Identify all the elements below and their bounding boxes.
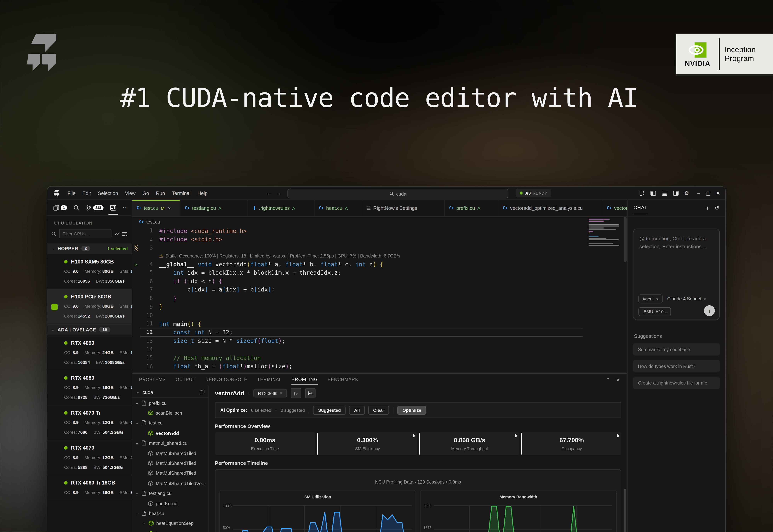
tree-item-scanBlelloch[interactable]: scanBlelloch	[132, 408, 209, 418]
more-views-icon[interactable]: ⋯	[122, 204, 128, 211]
gpu-group-header-ada-lovelace[interactable]: ⌄ADA LOVELACE15	[47, 324, 131, 335]
toggle-secondary-sidebar-icon[interactable]	[673, 190, 679, 196]
context-chip[interactable]: [EMU] H10...	[639, 307, 671, 316]
back-icon[interactable]: ←	[266, 190, 272, 196]
menu-item-view[interactable]: View	[121, 190, 139, 196]
layout-customize-icon[interactable]	[640, 190, 645, 196]
sidebar-search-icon[interactable]	[73, 205, 79, 211]
gpu-item-rtx-4060-ti-16gb[interactable]: RTX 4060 Ti 16GBCC:8.9Memory:16GBSMs:34	[47, 475, 131, 500]
tab-.rightnowrules[interactable]: ⬇.rightnowrulesA	[248, 200, 314, 216]
suggested-button[interactable]: Suggested	[313, 406, 346, 415]
gpu-ready-status[interactable]: 3/3 READY	[515, 189, 551, 197]
code-line-8[interactable]: 8 }	[132, 294, 627, 302]
send-button[interactable]: ↑	[704, 305, 715, 316]
menu-item-help[interactable]: Help	[194, 190, 211, 196]
tree-item-testlangcu[interactable]: ⌄testlang.cu	[132, 488, 209, 498]
command-search-input[interactable]: cuda	[287, 189, 508, 198]
tab-vectoradd_optimized_analysis.cu[interactable]: C+vectoradd_optimized_analysis.cu	[498, 200, 603, 216]
explorer-icon[interactable]: 1	[53, 205, 67, 211]
editor-scrollbar[interactable]	[624, 217, 627, 262]
gpu-select-dropdown[interactable]: RTX 3060▼	[254, 389, 287, 397]
copy-icon[interactable]	[200, 390, 205, 395]
gpu-selected-checkbox[interactable]	[51, 304, 58, 310]
code-line-10[interactable]: 10	[132, 311, 627, 319]
tab-prefix.cu[interactable]: C+prefix.cuA	[445, 200, 498, 216]
panel-scrollbar[interactable]	[624, 489, 626, 532]
panel-tab-terminal[interactable]: TERMINAL	[253, 374, 287, 385]
menu-item-edit[interactable]: Edit	[79, 190, 94, 196]
code-line-5[interactable]: 5 int idx = blockIdx.x * blockDim.x + th…	[132, 269, 627, 277]
menu-item-file[interactable]: File	[64, 190, 79, 196]
menu-item-terminal[interactable]: Terminal	[168, 190, 194, 196]
gpu-emulation-icon[interactable]	[110, 205, 116, 211]
code-line-13[interactable]: 13 size_t size = N * sizeof(float);	[132, 337, 627, 345]
panel-tab-benchmark[interactable]: BENCHMARK	[323, 374, 363, 385]
panel-tab-debug-console[interactable]: DEBUG CONSOLE	[201, 374, 253, 385]
tree-item-MatMulSharedTiled[interactable]: MatMulSharedTiled	[132, 458, 209, 468]
tree-item-testcu[interactable]: ⌄test.cu	[132, 418, 209, 428]
tab-chat[interactable]: CHAT	[634, 205, 648, 211]
code-line-4[interactable]: ▷4__global__ void vectorAdd(float* a, fl…	[132, 260, 627, 269]
code-line-12[interactable]: 12 const int N = 32;	[132, 328, 627, 337]
tree-item-MatMulSharedTiledVe[interactable]: MatMulSharedTiledVe...	[132, 478, 209, 488]
tree-item-matmul_sharedcu[interactable]: ⌄matmul_shared.cu	[132, 438, 209, 448]
tree-item-prefixcu[interactable]: ⌄prefix.cu	[132, 398, 209, 408]
close-icon[interactable]: ✕	[716, 191, 720, 196]
gpu-item-rtx-4070[interactable]: RTX 4070CC:8.9Memory:12GBSMs:46Cores:588…	[47, 440, 131, 475]
close-panel-icon[interactable]: ✕	[616, 377, 620, 382]
tree-item-vectorAdd[interactable]: vectorAdd	[132, 428, 209, 438]
all-button[interactable]: All	[349, 406, 365, 415]
code-line-14[interactable]: 14	[132, 345, 627, 354]
code-line-7[interactable]: 7 c[idx] = a[idx] + b[idx];	[132, 285, 627, 294]
gpu-group-header-hopper[interactable]: ⌄HOPPER21 selected	[47, 243, 131, 254]
suggestion-item[interactable]: Summarize my codebase	[633, 343, 720, 356]
chat-input[interactable]: @ to mention, Ctrl+L to add a selection.…	[633, 229, 720, 320]
tree-item-MatMulSharedTiled[interactable]: MatMulSharedTiled	[132, 448, 209, 458]
source-control-icon[interactable]: 218	[86, 205, 103, 211]
gpu-item-h100-pcie-80gb[interactable]: H100 PCIe 80GBCC:9.0Memory:80GBSMs:114Co…	[47, 289, 131, 324]
agent-mode-dropdown[interactable]: Agent▼	[639, 295, 663, 303]
chart-view-button[interactable]	[305, 388, 316, 398]
menu-item-run[interactable]: Run	[152, 190, 168, 196]
code-line-3[interactable]: 3	[132, 244, 627, 252]
maximize-icon[interactable]: ▢	[706, 191, 710, 196]
history-icon[interactable]: ↺	[715, 205, 719, 211]
tab-close-icon[interactable]: ×	[168, 205, 171, 211]
forward-icon[interactable]: →	[276, 190, 282, 196]
clear-selection-icon[interactable]	[122, 231, 128, 236]
code-line-1[interactable]: 1#include <cuda_runtime.h>	[132, 226, 627, 235]
tab-heat.cu[interactable]: C+heat.cuA	[315, 200, 362, 216]
run-profile-button[interactable]: ▷	[291, 388, 302, 398]
panel-tab-problems[interactable]: PROBLEMS	[134, 374, 170, 385]
tree-item-heatEquationStep[interactable]: ›heatEquationStep	[132, 518, 209, 528]
code-editor[interactable]: C+ test.cu 1#include <cuda_runtime.h>2#i…	[132, 217, 627, 373]
tree-item-heatEquationStep[interactable]: ›heatEquationStep	[132, 528, 209, 532]
gpu-item-h100-sxm5-80gb[interactable]: H100 SXM5 80GBCC:9.0Memory:80GBSMs:132Co…	[47, 254, 131, 289]
code-line-15[interactable]: 15 // Host memory allocation	[132, 354, 627, 362]
gpu-item-rtx-4090[interactable]: RTX 4090CC:8.9Memory:24GBSMs:128Cores:16…	[47, 335, 131, 370]
toggle-panel-icon[interactable]	[662, 190, 668, 196]
collapse-panel-icon[interactable]: ⌃	[606, 377, 610, 382]
new-chat-icon[interactable]: +	[706, 205, 709, 212]
panel-tab-output[interactable]: OUTPUT	[170, 374, 200, 385]
menu-item-selection[interactable]: Selection	[94, 190, 121, 196]
filter-gpus-input[interactable]: Filter GPUs...	[59, 229, 111, 238]
select-all-icon[interactable]: ✓✓	[114, 231, 119, 236]
optimize-button[interactable]: Optimize	[398, 406, 426, 415]
suggestion-item[interactable]: Create a .rightnowrules file for me	[633, 377, 720, 389]
run-kernel-icon[interactable]: ▷	[135, 262, 137, 267]
tab-RightNow's Settings[interactable]: ☰RightNow's Settings	[362, 200, 445, 216]
breadcrumb[interactable]: C+ test.cu	[132, 217, 627, 226]
tree-item-heatcu[interactable]: ⌄heat.cu	[132, 508, 209, 518]
gpu-item-rtx-4080[interactable]: RTX 4080CC:8.9Memory:16GBSMs:76Cores:972…	[47, 370, 131, 405]
clear-button[interactable]: Clear	[368, 406, 389, 415]
tree-item-printKernel[interactable]: printKernel	[132, 498, 209, 508]
suggestion-item[interactable]: How do types work in Rust?	[633, 360, 720, 372]
toggle-sidebar-icon[interactable]	[650, 190, 656, 196]
panel-tab-profiling[interactable]: PROFILING	[287, 374, 323, 385]
codelens-text[interactable]: ⚠Static: Occupancy: 100% | Registers: 18…	[132, 253, 400, 258]
menu-item-go[interactable]: Go	[139, 190, 152, 196]
minimap[interactable]	[589, 219, 621, 246]
code-line-11[interactable]: 11int main() {	[132, 320, 627, 328]
minimize-icon[interactable]: –	[697, 191, 700, 196]
